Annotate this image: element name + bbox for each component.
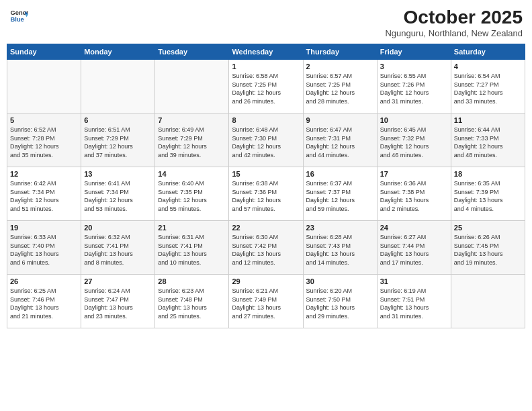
page-header: General Blue October 2025 Ngunguru, Nort… xyxy=(7,7,525,38)
day-info: Sunrise: 6:54 AM Sunset: 7:27 PM Dayligh… xyxy=(454,72,522,105)
day-info: Sunrise: 6:31 AM Sunset: 7:41 PM Dayligh… xyxy=(158,233,226,267)
day-info: Sunrise: 6:55 AM Sunset: 7:26 PM Dayligh… xyxy=(380,72,448,105)
day-number: 20 xyxy=(84,224,152,232)
day-number: 5 xyxy=(10,116,78,124)
day-info: Sunrise: 6:40 AM Sunset: 7:35 PM Dayligh… xyxy=(158,179,226,213)
day-number: 24 xyxy=(380,224,448,232)
day-header-sunday: Sunday xyxy=(7,44,81,60)
day-info: Sunrise: 6:57 AM Sunset: 7:25 PM Dayligh… xyxy=(306,72,374,105)
day-number: 19 xyxy=(10,224,78,232)
day-number: 10 xyxy=(380,116,448,124)
calendar-day-cell: 5Sunrise: 6:52 AM Sunset: 7:28 PM Daylig… xyxy=(7,113,81,167)
calendar-day-cell: 17Sunrise: 6:36 AM Sunset: 7:38 PM Dayli… xyxy=(377,167,451,221)
day-info: Sunrise: 6:33 AM Sunset: 7:40 PM Dayligh… xyxy=(10,233,78,267)
calendar-table: SundayMondayTuesdayWednesdayThursdayFrid… xyxy=(7,44,525,328)
calendar-day-cell: 31Sunrise: 6:19 AM Sunset: 7:51 PM Dayli… xyxy=(377,275,451,328)
day-info: Sunrise: 6:19 AM Sunset: 7:51 PM Dayligh… xyxy=(380,287,448,320)
calendar-day-cell: 7Sunrise: 6:49 AM Sunset: 7:29 PM Daylig… xyxy=(155,113,229,167)
calendar-day-cell: 16Sunrise: 6:37 AM Sunset: 7:37 PM Dayli… xyxy=(303,167,377,221)
day-number: 2 xyxy=(306,62,374,71)
day-number: 22 xyxy=(232,224,300,232)
day-number: 30 xyxy=(306,277,374,285)
calendar-day-cell xyxy=(155,60,229,113)
calendar-day-cell: 14Sunrise: 6:40 AM Sunset: 7:35 PM Dayli… xyxy=(155,167,229,221)
day-number: 11 xyxy=(454,116,522,124)
title-block: October 2025 Ngunguru, Northland, New Ze… xyxy=(385,7,523,38)
calendar-day-cell: 8Sunrise: 6:48 AM Sunset: 7:30 PM Daylig… xyxy=(229,113,303,167)
calendar-day-cell: 3Sunrise: 6:55 AM Sunset: 7:26 PM Daylig… xyxy=(377,60,451,113)
day-info: Sunrise: 6:21 AM Sunset: 7:49 PM Dayligh… xyxy=(232,287,300,320)
day-info: Sunrise: 6:42 AM Sunset: 7:34 PM Dayligh… xyxy=(10,179,78,213)
calendar-day-cell: 21Sunrise: 6:31 AM Sunset: 7:41 PM Dayli… xyxy=(155,221,229,275)
calendar-day-cell: 12Sunrise: 6:42 AM Sunset: 7:34 PM Dayli… xyxy=(7,167,81,221)
calendar-day-cell: 19Sunrise: 6:33 AM Sunset: 7:40 PM Dayli… xyxy=(7,221,81,275)
calendar-day-cell: 4Sunrise: 6:54 AM Sunset: 7:27 PM Daylig… xyxy=(451,60,525,113)
calendar-day-cell: 10Sunrise: 6:45 AM Sunset: 7:32 PM Dayli… xyxy=(377,113,451,167)
day-info: Sunrise: 6:47 AM Sunset: 7:31 PM Dayligh… xyxy=(306,126,374,159)
day-info: Sunrise: 6:23 AM Sunset: 7:48 PM Dayligh… xyxy=(158,287,226,320)
calendar-week-row: 1Sunrise: 6:58 AM Sunset: 7:25 PM Daylig… xyxy=(7,60,525,113)
day-info: Sunrise: 6:52 AM Sunset: 7:28 PM Dayligh… xyxy=(10,126,78,159)
day-info: Sunrise: 6:28 AM Sunset: 7:43 PM Dayligh… xyxy=(306,233,374,267)
day-info: Sunrise: 6:41 AM Sunset: 7:34 PM Dayligh… xyxy=(84,179,152,213)
day-number: 27 xyxy=(84,277,152,285)
day-info: Sunrise: 6:51 AM Sunset: 7:29 PM Dayligh… xyxy=(84,126,152,159)
day-info: Sunrise: 6:35 AM Sunset: 7:39 PM Dayligh… xyxy=(454,179,522,213)
day-number: 13 xyxy=(84,170,152,178)
day-info: Sunrise: 6:27 AM Sunset: 7:44 PM Dayligh… xyxy=(380,233,448,267)
calendar-day-cell: 24Sunrise: 6:27 AM Sunset: 7:44 PM Dayli… xyxy=(377,221,451,275)
day-info: Sunrise: 6:26 AM Sunset: 7:45 PM Dayligh… xyxy=(454,233,522,267)
calendar-week-row: 19Sunrise: 6:33 AM Sunset: 7:40 PM Dayli… xyxy=(7,221,525,275)
day-number: 3 xyxy=(380,62,448,71)
calendar-day-cell xyxy=(81,60,155,113)
day-info: Sunrise: 6:30 AM Sunset: 7:42 PM Dayligh… xyxy=(232,233,300,267)
calendar-day-cell: 30Sunrise: 6:20 AM Sunset: 7:50 PM Dayli… xyxy=(303,275,377,328)
day-number: 8 xyxy=(232,116,300,124)
day-header-tuesday: Tuesday xyxy=(155,44,229,60)
day-number: 25 xyxy=(454,224,522,232)
logo-icon: General Blue xyxy=(9,7,28,26)
day-number: 1 xyxy=(232,62,300,71)
day-header-wednesday: Wednesday xyxy=(229,44,303,60)
calendar-day-cell: 1Sunrise: 6:58 AM Sunset: 7:25 PM Daylig… xyxy=(229,60,303,113)
svg-text:Blue: Blue xyxy=(11,16,24,23)
day-number: 28 xyxy=(158,277,226,285)
calendar-day-cell: 11Sunrise: 6:44 AM Sunset: 7:33 PM Dayli… xyxy=(451,113,525,167)
day-info: Sunrise: 6:24 AM Sunset: 7:47 PM Dayligh… xyxy=(84,287,152,320)
calendar-day-cell: 6Sunrise: 6:51 AM Sunset: 7:29 PM Daylig… xyxy=(81,113,155,167)
calendar-day-cell: 27Sunrise: 6:24 AM Sunset: 7:47 PM Dayli… xyxy=(81,275,155,328)
day-info: Sunrise: 6:20 AM Sunset: 7:50 PM Dayligh… xyxy=(306,287,374,320)
location-subtitle: Ngunguru, Northland, New Zealand xyxy=(385,28,523,38)
calendar-day-cell xyxy=(451,275,525,328)
calendar-day-cell: 18Sunrise: 6:35 AM Sunset: 7:39 PM Dayli… xyxy=(451,167,525,221)
calendar-day-cell: 20Sunrise: 6:32 AM Sunset: 7:41 PM Dayli… xyxy=(81,221,155,275)
day-number: 29 xyxy=(232,277,300,285)
calendar-day-cell: 2Sunrise: 6:57 AM Sunset: 7:25 PM Daylig… xyxy=(303,60,377,113)
day-header-thursday: Thursday xyxy=(303,44,377,60)
day-header-friday: Friday xyxy=(377,44,451,60)
day-number: 23 xyxy=(306,224,374,232)
day-number: 7 xyxy=(158,116,226,124)
calendar-header-row: SundayMondayTuesdayWednesdayThursdayFrid… xyxy=(7,44,525,60)
calendar-week-row: 5Sunrise: 6:52 AM Sunset: 7:28 PM Daylig… xyxy=(7,113,525,167)
calendar-day-cell: 28Sunrise: 6:23 AM Sunset: 7:48 PM Dayli… xyxy=(155,275,229,328)
calendar-day-cell: 25Sunrise: 6:26 AM Sunset: 7:45 PM Dayli… xyxy=(451,221,525,275)
day-number: 9 xyxy=(306,116,374,124)
day-number: 16 xyxy=(306,170,374,178)
day-info: Sunrise: 6:25 AM Sunset: 7:46 PM Dayligh… xyxy=(10,287,78,320)
day-info: Sunrise: 6:38 AM Sunset: 7:36 PM Dayligh… xyxy=(232,179,300,213)
day-info: Sunrise: 6:45 AM Sunset: 7:32 PM Dayligh… xyxy=(380,126,448,159)
day-info: Sunrise: 6:37 AM Sunset: 7:37 PM Dayligh… xyxy=(306,179,374,213)
day-number: 12 xyxy=(10,170,78,178)
day-number: 4 xyxy=(454,62,522,71)
day-info: Sunrise: 6:58 AM Sunset: 7:25 PM Dayligh… xyxy=(232,72,300,105)
logo: General Blue xyxy=(9,7,28,26)
day-info: Sunrise: 6:49 AM Sunset: 7:29 PM Dayligh… xyxy=(158,126,226,159)
day-info: Sunrise: 6:36 AM Sunset: 7:38 PM Dayligh… xyxy=(380,179,448,213)
calendar-day-cell: 15Sunrise: 6:38 AM Sunset: 7:36 PM Dayli… xyxy=(229,167,303,221)
day-number: 15 xyxy=(232,170,300,178)
calendar-day-cell: 22Sunrise: 6:30 AM Sunset: 7:42 PM Dayli… xyxy=(229,221,303,275)
day-number: 21 xyxy=(158,224,226,232)
calendar-day-cell: 23Sunrise: 6:28 AM Sunset: 7:43 PM Dayli… xyxy=(303,221,377,275)
calendar-week-row: 12Sunrise: 6:42 AM Sunset: 7:34 PM Dayli… xyxy=(7,167,525,221)
